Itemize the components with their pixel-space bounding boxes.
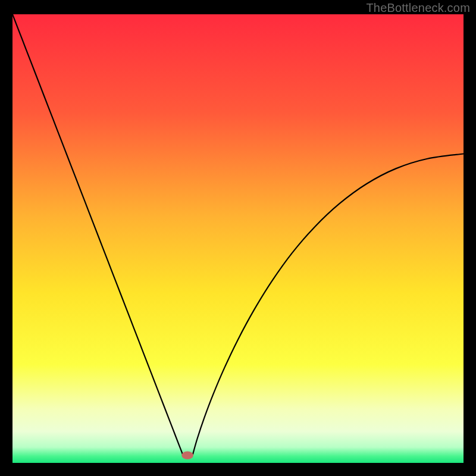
gradient-background [12, 14, 464, 463]
bottleneck-marker [181, 451, 193, 459]
plot-area [12, 14, 464, 463]
chart-svg [12, 14, 464, 463]
watermark-text: TheBottleneck.com [366, 1, 470, 15]
chart-stage: TheBottleneck.com [0, 0, 476, 476]
